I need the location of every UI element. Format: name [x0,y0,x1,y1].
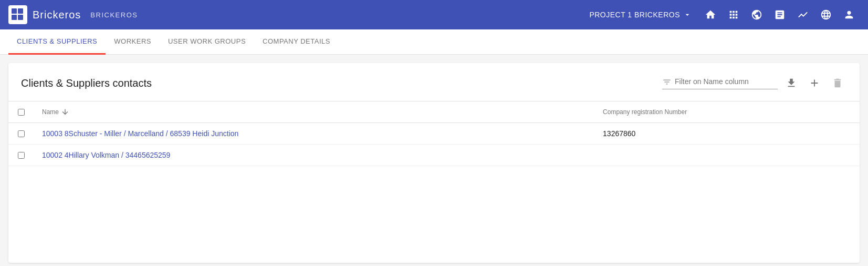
table-body: 10003 8Schuster - Miller / Marcelland / … [8,123,860,166]
data-table: Name Company registration Number 10003 8… [8,101,860,166]
content-header: Clients & Suppliers contacts [8,63,860,101]
svg-rect-3 [18,15,23,20]
main-content: Clients & Suppliers contacts [8,63,860,263]
row-1-checkbox-cell [8,123,34,145]
globe-button[interactable] [746,4,767,25]
logo-text: Brickeros [33,9,81,21]
tab-clients-suppliers[interactable]: CLIENTS & SUPPLIERS [8,29,106,55]
project-selector[interactable]: PROJECT 1 BRICKEROS [583,6,698,23]
tab-company-details[interactable]: COMPANY DETAILS [254,29,339,55]
secondary-navigation: CLIENTS & SUPPLIERS WORKERS USER WORK GR… [0,29,868,55]
home-button[interactable] [700,4,721,25]
filter-wrapper [662,77,778,89]
svg-rect-2 [12,15,17,20]
table-row: 10003 8Schuster - Miller / Marcelland / … [8,123,860,145]
header-actions [662,74,847,93]
tab-user-work-groups[interactable]: USER WORK GROUPS [160,29,254,55]
account-button[interactable] [839,4,860,25]
logo-area: Brickeros BRICKEROS [8,5,138,24]
row-2-checkbox[interactable] [18,152,25,159]
row-1-crn: 13267860 [594,123,860,145]
filter-input[interactable] [675,77,769,86]
name-column-header[interactable]: Name [34,101,594,123]
crn-column-header: Company registration Number [594,101,860,123]
page-title: Clients & Suppliers contacts [21,77,662,89]
language-button[interactable] [815,4,836,25]
nav-right: PROJECT 1 BRICKEROS [583,4,860,25]
select-all-header [8,101,34,123]
delete-button[interactable] [828,74,847,93]
row-2-name[interactable]: 10002 4Hillary Volkman / 34465625259 [34,145,594,166]
add-button[interactable] [805,74,824,93]
chart-button[interactable] [792,4,813,25]
table-row: 10002 4Hillary Volkman / 34465625259 [8,145,860,166]
project-label: PROJECT 1 BRICKEROS [589,11,680,19]
filter-icon [662,77,672,87]
row-2-checkbox-cell [8,145,34,166]
logo-icon [8,5,27,24]
sort-icon [61,108,69,116]
apps-button[interactable] [723,4,744,25]
table-header-row: Name Company registration Number [8,101,860,123]
row-1-name[interactable]: 10003 8Schuster - Miller / Marcelland / … [34,123,594,145]
svg-rect-0 [12,8,17,14]
top-navigation: Brickeros BRICKEROS PROJECT 1 BRICKEROS [0,0,868,29]
row-1-checkbox[interactable] [18,130,25,137]
document-button[interactable] [769,4,790,25]
app-name: BRICKEROS [90,11,138,19]
select-all-checkbox[interactable] [18,109,25,116]
row-2-crn [594,145,860,166]
svg-rect-1 [18,8,23,14]
tab-workers[interactable]: WORKERS [106,29,160,55]
download-button[interactable] [782,74,801,93]
